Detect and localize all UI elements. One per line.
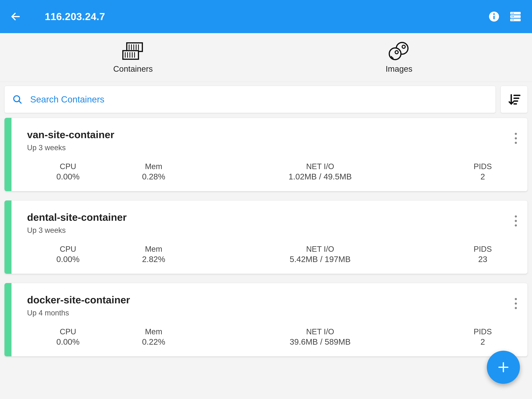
container-stats: CPU 0.00% Mem 2.82% NET I/O 5.42MB / 197… <box>27 245 524 264</box>
svg-point-43 <box>515 302 517 304</box>
tab-images-label: Images <box>386 64 412 74</box>
svg-point-40 <box>515 220 517 222</box>
tabs: Containers Images <box>0 33 532 82</box>
container-card[interactable]: docker-site-container Up 4 months CPU 0.… <box>4 283 528 357</box>
svg-point-36 <box>515 133 517 135</box>
back-button[interactable] <box>10 11 21 22</box>
stat-label-cpu: CPU <box>27 327 109 336</box>
svg-point-38 <box>515 142 517 144</box>
stat-value-mem: 0.28% <box>109 172 198 181</box>
container-card[interactable]: dental-site-container Up 3 weeks CPU 0.0… <box>4 200 528 274</box>
status-stripe <box>5 200 12 274</box>
app-header: 116.203.24.7 <box>0 0 532 33</box>
servers-button[interactable] <box>509 10 522 23</box>
stat-value-net: 39.6MB / 589MB <box>198 337 442 347</box>
svg-point-12 <box>513 19 514 20</box>
stat-label-mem: Mem <box>109 245 198 253</box>
status-stripe <box>5 118 12 191</box>
svg-point-41 <box>515 225 517 227</box>
add-button[interactable] <box>487 351 520 384</box>
container-name: dental-site-container <box>27 211 127 223</box>
svg-point-27 <box>389 48 401 60</box>
stat-label-net: NET I/O <box>198 327 442 336</box>
card-body: dental-site-container Up 3 weeks CPU 0.0… <box>12 200 527 274</box>
stat-value-cpu: 0.00% <box>27 255 109 264</box>
svg-point-3 <box>493 13 495 15</box>
status-stripe <box>5 283 12 356</box>
search-row <box>0 82 532 118</box>
stat-label-mem: Mem <box>109 162 198 171</box>
svg-point-37 <box>515 137 517 139</box>
stat-label-pids: PIDS <box>442 327 524 336</box>
container-card[interactable]: van-site-container Up 3 weeks CPU 0.00% … <box>4 118 528 191</box>
stat-label-pids: PIDS <box>442 162 524 171</box>
stat-value-pids: 2 <box>442 337 524 347</box>
stat-label-cpu: CPU <box>27 162 109 171</box>
stat-label-net: NET I/O <box>198 245 442 253</box>
container-stats: CPU 0.00% Mem 0.28% NET I/O 1.02MB / 49.… <box>27 162 524 181</box>
stat-label-mem: Mem <box>109 327 198 336</box>
container-status: Up 3 weeks <box>27 226 127 235</box>
stat-value-cpu: 0.00% <box>27 172 109 181</box>
svg-point-10 <box>513 16 514 17</box>
more-vertical-icon <box>514 133 517 144</box>
tab-images[interactable]: Images <box>266 33 532 82</box>
svg-point-7 <box>512 13 513 14</box>
svg-point-8 <box>513 13 514 14</box>
svg-rect-2 <box>494 16 495 19</box>
tab-containers[interactable]: Containers <box>0 33 266 82</box>
container-list: van-site-container Up 3 weeks CPU 0.00% … <box>0 118 532 357</box>
container-status: Up 3 weeks <box>27 144 114 152</box>
stat-value-pids: 23 <box>442 255 524 264</box>
svg-point-9 <box>512 16 513 17</box>
svg-line-30 <box>19 101 21 103</box>
stat-value-net: 1.02MB / 49.5MB <box>198 172 442 181</box>
search-icon <box>12 94 22 104</box>
stat-label-cpu: CPU <box>27 245 109 253</box>
stat-value-mem: 2.82% <box>109 255 198 264</box>
container-menu-button[interactable] <box>510 129 522 147</box>
card-body: van-site-container Up 3 weeks CPU 0.00% … <box>12 118 527 191</box>
svg-point-42 <box>515 298 517 300</box>
tab-containers-label: Containers <box>113 64 153 74</box>
svg-point-44 <box>515 307 517 309</box>
info-button[interactable] <box>487 10 501 23</box>
stat-value-cpu: 0.00% <box>27 337 109 347</box>
arrow-left-icon <box>10 11 21 22</box>
sort-icon <box>507 93 521 106</box>
stat-value-pids: 2 <box>442 172 524 181</box>
search-input[interactable] <box>30 94 488 105</box>
svg-point-39 <box>515 215 517 217</box>
images-icon <box>386 41 412 61</box>
svg-point-11 <box>512 19 513 20</box>
container-name: docker-site-container <box>27 294 130 306</box>
container-stats: CPU 0.00% Mem 0.22% NET I/O 39.6MB / 589… <box>27 327 524 347</box>
plus-icon <box>497 361 510 374</box>
stat-label-net: NET I/O <box>198 162 442 171</box>
stat-label-pids: PIDS <box>442 245 524 253</box>
more-vertical-icon <box>514 298 517 309</box>
svg-point-26 <box>402 45 405 48</box>
container-status: Up 4 months <box>27 309 130 317</box>
servers-icon <box>509 10 522 23</box>
sort-button[interactable] <box>500 86 528 113</box>
container-menu-button[interactable] <box>510 212 522 230</box>
card-body: docker-site-container Up 4 months CPU 0.… <box>12 283 527 356</box>
more-vertical-icon <box>514 215 517 227</box>
stat-value-mem: 0.22% <box>109 337 198 347</box>
stat-value-net: 5.42MB / 197MB <box>198 255 442 264</box>
container-name: van-site-container <box>27 129 114 141</box>
search-box[interactable] <box>4 86 496 113</box>
page-title: 116.203.24.7 <box>45 11 105 22</box>
container-menu-button[interactable] <box>510 295 522 312</box>
info-icon <box>488 11 500 22</box>
containers-icon <box>121 41 145 61</box>
